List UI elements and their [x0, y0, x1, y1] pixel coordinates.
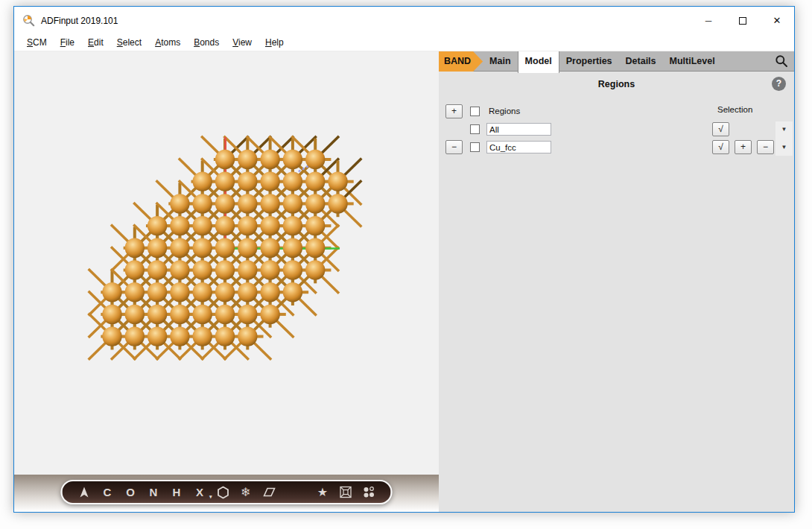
copper-atom[interactable] — [170, 216, 189, 235]
selection-set-button-all[interactable]: √ — [712, 122, 729, 136]
copper-atom[interactable] — [238, 326, 257, 346]
copper-atoms[interactable] — [102, 150, 347, 346]
copper-atom[interactable] — [215, 282, 235, 302]
copper-atom[interactable] — [238, 260, 257, 279]
copper-atom[interactable] — [148, 326, 167, 346]
copper-atom[interactable] — [283, 238, 302, 258]
copper-atom[interactable] — [125, 260, 145, 279]
copper-atom[interactable] — [328, 172, 347, 191]
copper-atom[interactable] — [148, 282, 167, 302]
copper-atom[interactable] — [170, 238, 189, 258]
region-checkbox-all[interactable] — [470, 124, 480, 134]
minimize-button[interactable]: ─ — [691, 7, 726, 34]
tab-model[interactable]: Model — [518, 51, 559, 73]
copper-atom[interactable] — [125, 238, 145, 258]
copper-atom[interactable] — [305, 238, 325, 258]
selection-add-button-cufcc[interactable]: + — [735, 140, 752, 154]
region-checkbox-cufcc[interactable] — [470, 142, 480, 152]
copper-atom[interactable] — [148, 260, 167, 279]
copper-atom[interactable] — [125, 326, 145, 346]
add-region-button[interactable]: + — [445, 104, 463, 118]
region-name-input-all[interactable] — [486, 123, 551, 136]
tab-multilevel[interactable]: MultiLevel — [663, 51, 722, 72]
unit-cell-tool[interactable] — [334, 481, 358, 503]
copper-atom[interactable] — [215, 216, 235, 235]
other-element-tool[interactable]: X ▾ — [188, 481, 212, 503]
nitrogen-tool[interactable]: N — [142, 481, 165, 503]
copper-atom[interactable] — [125, 282, 145, 302]
copper-atom[interactable] — [238, 172, 257, 191]
copper-atom[interactable] — [283, 150, 302, 169]
help-button[interactable]: ? — [772, 77, 786, 91]
menu-item-scm[interactable]: SCM — [20, 37, 54, 48]
copper-atom[interactable] — [148, 238, 167, 258]
fragments-tool[interactable] — [358, 481, 381, 503]
copper-atom[interactable] — [193, 194, 212, 213]
copper-atom[interactable] — [215, 305, 235, 324]
copper-atom[interactable] — [260, 282, 279, 302]
selection-set-button-cufcc[interactable]: √ — [712, 140, 729, 154]
favorites-tool[interactable]: ★ — [311, 481, 334, 503]
region-name-input-cufcc[interactable] — [486, 141, 551, 153]
menu-item-view[interactable]: View — [226, 37, 258, 48]
menu-item-edit[interactable]: Edit — [81, 37, 110, 48]
close-button[interactable]: ✕ — [760, 7, 794, 34]
copper-atom[interactable] — [170, 305, 189, 324]
copper-atom[interactable] — [305, 194, 325, 213]
menu-item-file[interactable]: File — [54, 37, 81, 48]
copper-atom[interactable] — [283, 282, 302, 302]
search-icon[interactable] — [775, 54, 788, 68]
copper-atom[interactable] — [215, 260, 235, 279]
copper-atom[interactable] — [260, 172, 279, 191]
copper-atom[interactable] — [193, 260, 212, 279]
copper-atom[interactable] — [170, 194, 189, 213]
copper-atom[interactable] — [193, 326, 212, 346]
copper-atom[interactable] — [238, 194, 257, 213]
copper-atom[interactable] — [102, 305, 121, 324]
copper-atom[interactable] — [148, 216, 167, 235]
carbon-tool[interactable]: C — [96, 481, 119, 503]
copper-atom[interactable] — [260, 260, 279, 279]
copper-atom[interactable] — [260, 238, 279, 258]
copper-atom[interactable] — [260, 194, 279, 213]
copper-atom[interactable] — [102, 326, 121, 346]
copper-atom[interactable] — [193, 305, 212, 324]
copper-atom[interactable] — [193, 216, 212, 235]
ring-tool[interactable] — [212, 481, 235, 503]
plane-tool[interactable] — [258, 481, 281, 503]
copper-atom[interactable] — [260, 305, 279, 324]
cu-fcc-lattice[interactable] — [14, 51, 439, 512]
region-menu-arrow-all[interactable]: ▼ — [775, 126, 793, 133]
tab-band[interactable]: BAND — [439, 51, 483, 72]
copper-atom[interactable] — [283, 260, 302, 279]
tab-properties[interactable]: Properties — [559, 51, 619, 72]
copper-atom[interactable] — [102, 282, 121, 302]
hydrogen-tool[interactable]: H — [165, 481, 188, 503]
copper-atom[interactable] — [238, 150, 257, 169]
copper-atom[interactable] — [238, 305, 257, 324]
oxygen-tool[interactable]: O — [119, 481, 142, 503]
copper-atom[interactable] — [193, 238, 212, 258]
copper-atom[interactable] — [328, 194, 347, 213]
copper-atom[interactable] — [215, 150, 235, 169]
copper-atom[interactable] — [125, 305, 145, 324]
copper-atom[interactable] — [215, 326, 235, 346]
region-menu-arrow-cufcc[interactable]: ▼ — [775, 144, 793, 151]
tab-details[interactable]: Details — [619, 51, 663, 72]
copper-atom[interactable] — [305, 216, 325, 235]
copper-atom[interactable] — [283, 194, 302, 213]
viewport-3d[interactable]: C O N H X ▾ ❄ — [14, 51, 439, 512]
menu-item-help[interactable]: Help — [258, 37, 291, 48]
copper-atom[interactable] — [305, 172, 325, 191]
copper-atom[interactable] — [170, 326, 189, 346]
copper-atom[interactable] — [215, 238, 235, 258]
maximize-button[interactable] — [726, 7, 760, 34]
region-checkbox-header[interactable] — [470, 107, 480, 116]
remove-region-button[interactable]: − — [445, 140, 463, 154]
menu-item-atoms[interactable]: Atoms — [148, 37, 187, 48]
structures-tool[interactable]: ❄ — [235, 481, 258, 503]
copper-atom[interactable] — [238, 238, 257, 258]
copper-atom[interactable] — [283, 216, 302, 235]
copper-atom[interactable] — [238, 216, 257, 235]
copper-atom[interactable] — [170, 282, 189, 302]
